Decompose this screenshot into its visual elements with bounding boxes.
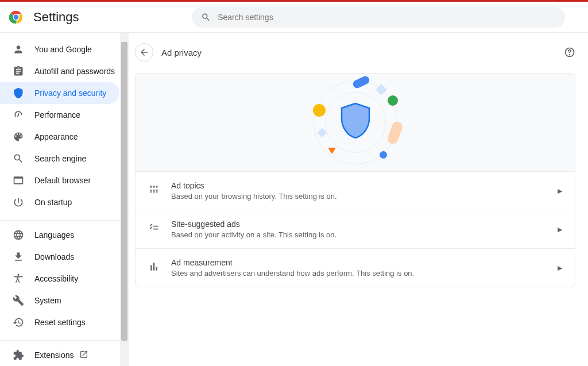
chevron-right-icon: ▶ — [558, 264, 562, 272]
power-icon — [13, 197, 24, 208]
search-box[interactable] — [192, 7, 565, 28]
browser-icon — [13, 175, 24, 186]
palette-icon — [13, 131, 24, 142]
chevron-right-icon: ▶ — [558, 187, 562, 195]
hero-illustration — [136, 74, 575, 171]
sidebar-item-search-engine[interactable]: Search engine — [0, 148, 119, 169]
sidebar-item-extensions[interactable]: Extensions — [0, 344, 119, 366]
sidebar-divider — [0, 220, 129, 221]
row-subtitle: Based on your browsing history. This set… — [171, 192, 558, 201]
setting-row-ad-topics[interactable]: Ad topics Based on your browsing history… — [136, 171, 575, 210]
shield-illustration-icon — [339, 102, 372, 140]
help-button[interactable] — [564, 47, 575, 58]
sidebar-label: Search engine — [34, 154, 86, 163]
sidebar-label: Reset settings — [34, 318, 86, 327]
sidebar-label: System — [34, 296, 61, 305]
svg-point-4 — [570, 55, 570, 55]
settings-card: Ad topics Based on your browsing history… — [135, 73, 575, 287]
open-in-new-icon — [79, 350, 88, 361]
person-icon — [13, 44, 24, 55]
row-title: Ad topics — [171, 181, 558, 190]
sidebar-item-privacy[interactable]: Privacy and security — [0, 82, 119, 104]
shield-icon — [13, 87, 24, 99]
sidebar-label: Languages — [34, 230, 74, 240]
main-content: Ad privacy — [129, 33, 588, 366]
sidebar-scrollbar-track[interactable] — [120, 33, 129, 366]
sidebar-label: Downloads — [34, 252, 74, 261]
sidebar-label: You and Google — [34, 45, 92, 54]
page-title: Ad privacy — [161, 48, 202, 57]
app-title: Settings — [33, 10, 79, 25]
sidebar-item-autofill[interactable]: Autofill and passwords — [0, 60, 119, 82]
download-icon — [13, 251, 24, 263]
extension-icon — [13, 349, 24, 361]
sidebar-item-system[interactable]: System — [0, 290, 119, 311]
sidebar-label: Extensions — [34, 350, 74, 360]
wrench-icon — [13, 295, 24, 306]
search-icon — [13, 153, 24, 164]
help-icon — [564, 47, 575, 58]
chevron-right-icon: ▶ — [558, 226, 562, 233]
sidebar-item-on-startup[interactable]: On startup — [0, 191, 119, 213]
search-input[interactable] — [218, 13, 556, 22]
sidebar-label: Accessibility — [34, 274, 78, 283]
setting-row-site-suggested[interactable]: Site-suggested ads Based on your activit… — [136, 210, 575, 248]
app-header: Settings — [0, 2, 588, 33]
sidebar-label: Appearance — [34, 132, 78, 141]
back-button[interactable] — [135, 43, 153, 61]
sidebar-item-default-browser[interactable]: Default browser — [0, 169, 119, 191]
row-title: Ad measurement — [171, 258, 558, 267]
chrome-logo-icon — [9, 10, 23, 24]
row-title: Site-suggested ads — [171, 219, 558, 229]
sidebar-item-you-and-google[interactable]: You and Google — [0, 38, 119, 60]
restore-icon — [13, 317, 24, 328]
setting-row-ad-measurement[interactable]: Ad measurement Sites and advertisers can… — [136, 248, 575, 287]
sidebar-item-accessibility[interactable]: Accessibility — [0, 268, 119, 290]
sidebar-label: On startup — [34, 198, 72, 207]
sidebar-item-languages[interactable]: Languages — [0, 224, 119, 246]
sidebar-label: Performance — [34, 110, 80, 120]
assignment-icon — [13, 66, 24, 77]
search-icon — [201, 12, 211, 22]
bar-chart-icon — [148, 261, 160, 275]
topics-icon — [148, 184, 160, 198]
sidebar-item-reset[interactable]: Reset settings — [0, 311, 119, 333]
sidebar-item-downloads[interactable]: Downloads — [0, 246, 119, 268]
sidebar-item-appearance[interactable]: Appearance — [0, 126, 119, 148]
speedometer-icon — [13, 109, 24, 121]
sidebar-scrollbar-thumb[interactable] — [121, 42, 127, 341]
sidebar-label: Privacy and security — [34, 88, 106, 98]
arrow-back-icon — [139, 47, 149, 57]
accessibility-icon — [13, 273, 24, 284]
sidebar-divider — [0, 340, 129, 341]
sidebar-item-performance[interactable]: Performance — [0, 104, 119, 126]
globe-icon — [13, 229, 24, 241]
sidebar-label: Default browser — [34, 176, 91, 185]
page-header: Ad privacy — [135, 38, 575, 66]
row-subtitle: Sites and advertisers can understand how… — [171, 269, 558, 278]
row-subtitle: Based on your activity on a site. This s… — [171, 230, 558, 239]
sidebar: You and Google Autofill and passwords Pr… — [0, 33, 129, 366]
sidebar-label: Autofill and passwords — [34, 67, 115, 76]
checklist-icon — [148, 222, 160, 236]
